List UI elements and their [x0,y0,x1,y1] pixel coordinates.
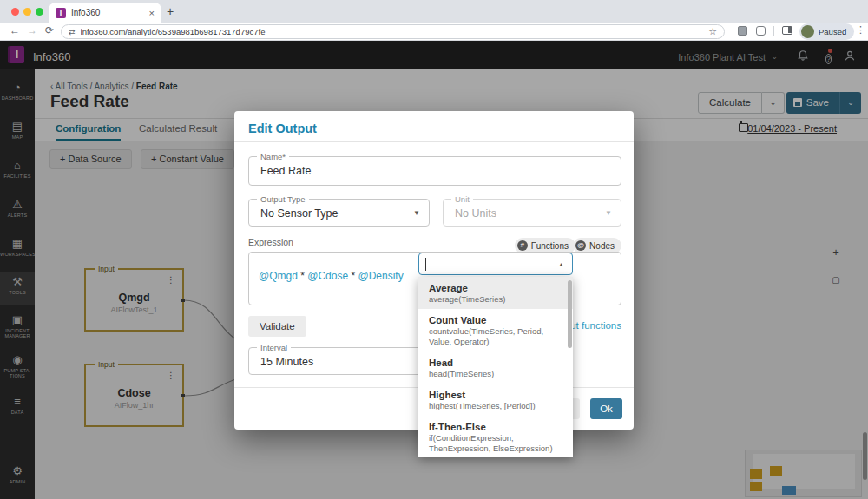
function-dropdown: Average average(TimeSeries) Count Value … [418,277,573,457]
browser-menu-icon[interactable]: ⋮ [856,24,865,36]
screen: I Info360 × + ← → ⟳ ⇄ info360.com/analyt… [0,0,868,499]
name-field-label: Name* [257,152,289,161]
url-text[interactable]: info360.com/analytic/6539a981b69817317d7… [81,27,709,36]
profile-avatar [801,25,814,38]
chevron-down-icon: ▼ [605,209,612,217]
dropdown-scrollbar[interactable] [568,280,572,348]
reload-icon[interactable]: ⟳ [45,24,54,36]
dropdown-item-if-then-else[interactable]: If-Then-Else if(ConditionExpression, The… [418,416,573,457]
mac-minimize-button[interactable] [23,8,31,16]
unit-select: Unit No Units ▼ [443,199,621,227]
modal-header-divider [234,141,634,142]
browser-tab-strip: I Info360 × + [0,0,868,23]
dropdown-item-highest[interactable]: Highest highest(TimeSeries, [Period]) [418,384,573,416]
name-field[interactable]: Name* Feed Rate [248,156,621,186]
profile-paused-chip[interactable]: Paused [799,23,854,40]
extensions-puzzle-icon[interactable] [756,26,766,36]
site-info-icon[interactable]: ⇄ [69,28,76,36]
name-field-value[interactable]: Feed Rate [260,165,311,177]
dropdown-item-count-value[interactable]: Count Value countvalue(TimeSeries, Perio… [418,309,573,351]
mac-zoom-button[interactable] [36,8,43,16]
dropdown-item-head[interactable]: Head head(TimeSeries) [418,351,573,384]
bookmark-star-icon[interactable]: ☆ [708,26,717,37]
text-cursor [425,258,426,271]
validate-button[interactable]: Validate [248,316,306,337]
modal-title: Edit Output [248,121,317,135]
chevron-up-icon[interactable]: ▲ [558,261,564,267]
extension-icon[interactable] [738,26,747,36]
tab-title: Info360 [71,8,149,17]
browser-toolbar: ← → ⟳ ⇄ info360.com/analytic/6539a981b69… [0,23,868,41]
function-search-input[interactable]: ▲ [418,253,573,275]
mac-close-button[interactable] [11,8,19,16]
output-type-select[interactable]: Output Type No Sensor Type ▼ [248,199,430,227]
dropdown-item-average[interactable]: Average average(TimeSeries) [418,277,573,309]
forward-icon: → [27,24,37,36]
hash-icon: # [517,240,528,251]
back-icon[interactable]: ← [10,24,20,36]
tab-close-icon[interactable]: × [149,8,155,18]
expression-label: Expression [248,237,293,247]
url-bar[interactable]: ⇄ info360.com/analytic/6539a981b69817317… [61,24,725,39]
toolbar-divider [773,26,774,36]
expression-text[interactable]: @Qmgd * @Cdose * @Density [259,270,404,282]
profile-paused-label: Paused [819,27,846,36]
side-panel-icon[interactable] [782,26,792,35]
tab-favicon-icon: I [56,8,66,18]
new-tab-button[interactable]: + [167,4,174,18]
at-icon: @ [575,240,586,251]
browser-tab[interactable]: I Info360 × [49,3,161,23]
ok-button[interactable]: Ok [590,398,622,419]
chevron-down-icon: ▼ [413,209,420,217]
edit-output-modal: Edit Output Name* Feed Rate Output Type … [234,111,634,430]
